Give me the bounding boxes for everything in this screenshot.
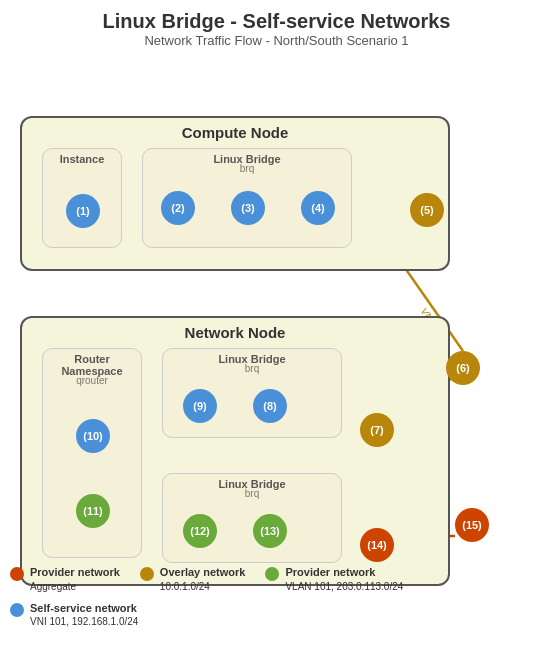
compute-node-box: Compute Node Instance (1) Linux Bridge b… [20, 116, 450, 271]
linux-bridge-compute: Linux Bridge brq (2) (3) (4) [142, 148, 352, 248]
legend-text-overlay: Overlay network10.0.1.0/24 [160, 565, 246, 592]
instance-box: Instance (1) [42, 148, 122, 248]
router-sublabel: qrouter [43, 375, 141, 386]
circle-1: (1) [66, 194, 100, 228]
linux-bridge-network-1: Linux Bridge brq (9) (8) [162, 348, 342, 438]
legend: Provider networkAggregate Overlay networ… [10, 565, 540, 628]
compute-node-label: Compute Node [22, 118, 448, 141]
circle-12: (12) [183, 514, 217, 548]
legend-dot-green [265, 567, 279, 581]
circle-15: (15) [455, 508, 489, 542]
circle-10: (10) [76, 419, 110, 453]
router-namespace-box: Router Namespace qrouter (10) (11) [42, 348, 142, 558]
circle-3: (3) [231, 191, 265, 225]
circle-6: (6) [446, 351, 480, 385]
legend-dot-orange [10, 567, 24, 581]
circle-13: (13) [253, 514, 287, 548]
circle-14: (14) [360, 528, 394, 562]
legend-provider-aggregate: Provider networkAggregate [10, 565, 120, 592]
circle-8: (8) [253, 389, 287, 423]
legend-text-provider-agg: Provider networkAggregate [30, 565, 120, 592]
circle-5: (5) [410, 193, 444, 227]
legend-dot-olive [140, 567, 154, 581]
network-node-label: Network Node [22, 318, 448, 341]
instance-label: Instance [43, 149, 121, 165]
circle-4: (4) [301, 191, 335, 225]
lb-net1-sublabel: brq [163, 363, 341, 374]
legend-provider-vlan: Provider networkVLAN 101, 203.0.113.0/24 [265, 565, 403, 592]
lb-net2-sublabel: brq [163, 488, 341, 499]
page-title: Linux Bridge - Self-service Networks [0, 0, 553, 33]
diagram-area: VNI 101 VNI 101 VLAN 101 Compute Node In… [0, 56, 553, 636]
circle-11: (11) [76, 494, 110, 528]
lb-compute-sublabel: brq [143, 163, 351, 174]
linux-bridge-network-2: Linux Bridge brq (12) (13) [162, 473, 342, 563]
legend-overlay: Overlay network10.0.1.0/24 [140, 565, 246, 592]
circle-9: (9) [183, 389, 217, 423]
page-subtitle: Network Traffic Flow - North/South Scena… [0, 33, 553, 48]
legend-text-selfservice: Self-service networkVNI 101, 192.168.1.0… [30, 601, 138, 628]
legend-selfservice: Self-service networkVNI 101, 192.168.1.0… [10, 601, 138, 628]
router-label: Router Namespace [43, 349, 141, 377]
legend-dot-blue [10, 603, 24, 617]
network-node-box: Network Node Router Namespace qrouter (1… [20, 316, 450, 586]
circle-2: (2) [161, 191, 195, 225]
circle-7: (7) [360, 413, 394, 447]
legend-text-provider-vlan: Provider networkVLAN 101, 203.0.113.0/24 [285, 565, 403, 592]
